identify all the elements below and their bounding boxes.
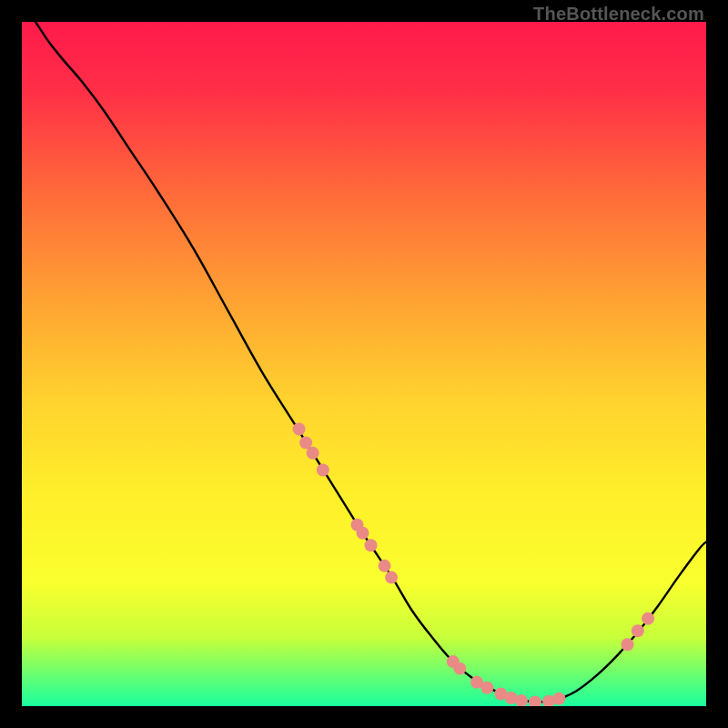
sample-point <box>632 624 644 637</box>
bottleneck-chart <box>22 22 706 706</box>
sample-point <box>317 464 329 477</box>
sample-point <box>293 422 306 435</box>
sample-point <box>307 447 319 460</box>
sample-point <box>385 571 398 584</box>
sample-point <box>642 612 654 625</box>
sample-point <box>480 682 493 694</box>
sample-point <box>365 539 378 551</box>
sample-point <box>379 560 391 572</box>
plot-background <box>22 22 706 706</box>
sample-point <box>552 693 565 705</box>
sample-point <box>622 638 634 651</box>
chart-frame <box>22 22 706 706</box>
sample-point <box>453 662 466 675</box>
sample-point <box>357 527 369 540</box>
